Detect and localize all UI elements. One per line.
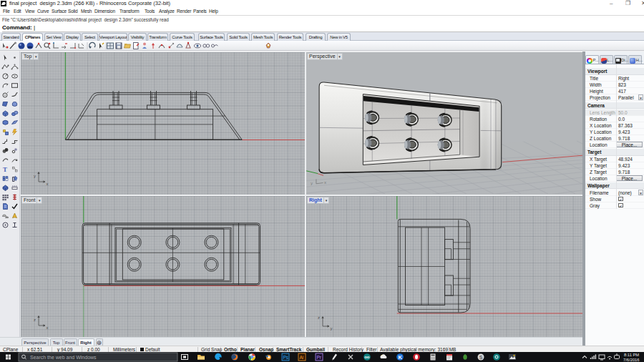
- svg-text:z: z: [318, 315, 320, 320]
- svg-text:Ps: Ps: [283, 355, 289, 360]
- svg-text:8:11 PM: 8:11 PM: [624, 353, 639, 357]
- svg-text:7/6/2016: 7/6/2016: [623, 358, 640, 362]
- svg-text:oo: oo: [364, 355, 370, 359]
- svg-text:x: x: [47, 182, 49, 186]
- svg-text:S: S: [479, 355, 483, 360]
- svg-text:y: y: [34, 174, 36, 178]
- svg-text:Search the web and Windows: Search the web and Windows: [30, 355, 97, 360]
- svg-text:K: K: [399, 354, 403, 361]
- svg-text:z: z: [34, 318, 36, 322]
- svg-text:y: y: [331, 326, 333, 331]
- svg-text:y: y: [311, 181, 313, 185]
- svg-text:T: T: [3, 166, 7, 173]
- svg-text:x: x: [47, 326, 49, 330]
- svg-text:x: x: [324, 180, 326, 185]
- svg-text:Pr: Pr: [317, 355, 322, 360]
- svg-text:Ai: Ai: [300, 355, 304, 360]
